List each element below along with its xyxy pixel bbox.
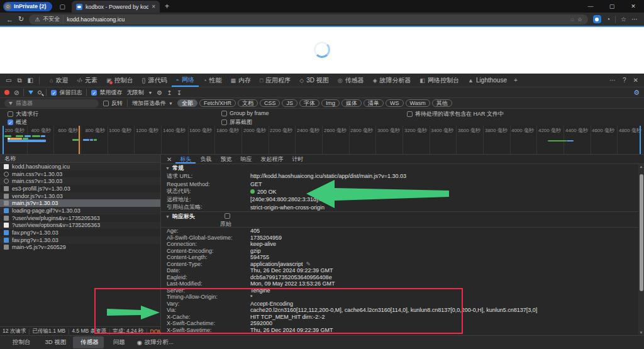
drawer-tab[interactable]: ◉ 故障分析... <box>132 336 179 348</box>
browser-tab[interactable]: kodbox - Powered by kodbox × <box>72 1 160 13</box>
tab-close-icon[interactable]: × <box>152 3 155 10</box>
url-text[interactable]: kodd.haoshuaicong.icu <box>67 16 567 23</box>
request-row[interactable]: main.js?v=1.30.03 <box>0 199 160 207</box>
invert-checkbox[interactable]: 反转 <box>103 99 123 108</box>
devtools-tab[interactable]: ▲ Lighthouse <box>464 74 511 87</box>
general-section-header[interactable]: ▼ 常规 <box>161 164 644 172</box>
disable-cache-checkbox[interactable]: ✓ 禁用缓存 <box>91 89 122 97</box>
record-icon[interactable] <box>4 90 9 95</box>
devtools-close-icon[interactable]: ✕ <box>633 77 638 84</box>
request-row[interactable]: loading-page.gif?v=1.30.03 <box>0 207 160 214</box>
devtools-tab[interactable]: ⌁ 网络 <box>172 74 199 87</box>
headers-tab[interactable]: 预览 <box>216 155 236 163</box>
devtools-tab[interactable]: ⌂ 欢迎 <box>45 74 72 87</box>
resource-type-pill[interactable]: CSS <box>260 99 280 107</box>
devtools-tab[interactable]: ◎ 传感器 <box>333 74 369 87</box>
request-row[interactable]: main-v5.js?v=260529 <box>0 244 160 252</box>
resource-type-pill[interactable]: 文档 <box>238 99 258 107</box>
drawer-tab[interactable]: 控制台 <box>5 336 36 348</box>
request-row[interactable]: kodd.haoshuaicong.icu <box>0 163 160 170</box>
drawer-tab[interactable]: 传感器 <box>73 336 104 348</box>
more-filters-dropdown[interactable]: 增加筛选条件 ▼ <box>132 99 173 108</box>
scroll-up-icon[interactable]: ▲ <box>638 165 644 169</box>
request-row[interactable]: fav.png?v=1.30.03 <box>0 236 160 244</box>
focus-mode-icon[interactable]: ⧉ <box>17 77 21 84</box>
search-icon[interactable] <box>38 91 42 94</box>
throttling-caret-icon[interactable]: ▼ <box>148 91 152 95</box>
scroll-down-icon[interactable]: ▼ <box>638 331 644 335</box>
preserve-log-checkbox[interactable]: ✓ 保留日志 <box>51 89 82 97</box>
request-row[interactable]: main.css?v=1.30.03 <box>0 177 160 185</box>
throttling-select[interactable]: 无限制 <box>126 89 143 97</box>
devtools-tab[interactable]: ◈ 故障分析器 <box>369 74 416 87</box>
drawer-tab[interactable]: 问题 <box>106 336 130 348</box>
headers-tab[interactable]: 标头 <box>175 155 196 163</box>
clear-icon[interactable]: ⊘ <box>14 89 19 96</box>
tab-actions-icon[interactable]: ▢ <box>60 3 65 10</box>
new-tab-button[interactable]: + <box>165 2 169 11</box>
raw-checkbox[interactable] <box>225 213 230 219</box>
devtools-tab[interactable]: ◧ 网络控制台 <box>416 74 464 87</box>
browser-essentials-icon[interactable]: ◔ <box>606 16 610 23</box>
resource-type-pill[interactable]: Wasm <box>406 99 430 107</box>
filter-input[interactable]: 筛选器 <box>4 99 99 108</box>
resource-type-pill[interactable]: JS <box>282 99 297 107</box>
refresh-icon[interactable]: ↻ <box>18 15 24 23</box>
minimize-button[interactable]: — <box>580 0 601 13</box>
export-har-icon[interactable]: ↧ <box>177 89 182 96</box>
group-by-frame-checkbox[interactable]: Group by frame <box>221 110 269 116</box>
help-icon[interactable]: ? <box>623 77 626 84</box>
resource-type-pill[interactable]: 清单 <box>364 99 384 107</box>
devtools-tab[interactable]: ◔ 性能 <box>199 74 226 87</box>
close-details-icon[interactable]: ✕ <box>163 156 175 163</box>
headers-tab[interactable]: 计时 <box>287 155 308 163</box>
device-emulation-icon[interactable]: ▭ <box>6 77 11 84</box>
resource-type-pill[interactable]: Fetch/XHR <box>199 99 236 107</box>
resource-type-pill[interactable]: 字体 <box>299 99 319 107</box>
back-icon[interactable]: ← <box>6 16 13 23</box>
response-headers-toggle[interactable]: ▼ 响应标头 <box>161 213 199 221</box>
resource-type-pill[interactable]: 全部 <box>177 99 197 107</box>
request-row[interactable]: vendor.js?v=1.30.03 <box>0 192 160 200</box>
maximize-button[interactable]: ▢ <box>601 0 623 13</box>
request-table-header[interactable]: 名称 <box>0 155 160 163</box>
devtools-tab[interactable]: ▦ 内存 <box>226 74 255 87</box>
network-conditions-icon[interactable]: ⚙ <box>157 89 162 96</box>
import-har-icon[interactable]: ↥ <box>167 89 172 96</box>
scrollbar-thumb[interactable] <box>640 174 643 291</box>
add-panel-icon[interactable]: + <box>514 77 518 84</box>
resource-type-pill[interactable]: WS <box>386 99 404 107</box>
resource-type-pill[interactable]: Img <box>321 99 340 107</box>
headers-scrollbar[interactable]: ▲ ▼ <box>638 164 644 335</box>
resource-type-pill[interactable]: 媒体 <box>341 99 362 107</box>
devtools-tab[interactable]: {} 源代码 <box>138 74 172 87</box>
request-row[interactable]: main.css?v=1.30.03 <box>0 170 160 178</box>
resource-type-pill[interactable]: 其他 <box>432 99 452 107</box>
drawer-tab[interactable]: 3D 视图 <box>38 336 72 348</box>
inprivate-badge[interactable]: ☺ InPrivate (2) <box>3 2 52 11</box>
request-row[interactable]: ?user/view/options&v=1735205363 <box>0 222 160 230</box>
dock-side-icon[interactable]: ◧ <box>28 77 33 84</box>
overview-strip[interactable]: 200 毫秒400 毫秒600 毫秒800 毫秒1000 毫秒1200 毫秒14… <box>0 126 644 155</box>
read-aloud-icon[interactable]: ◌ <box>571 16 574 23</box>
request-row[interactable]: es3-profill.js?v=1.30.03 <box>0 185 160 192</box>
request-row[interactable]: ?user/view/plugins&v=1735205363 <box>0 214 160 222</box>
filter-toggle-icon[interactable] <box>28 91 33 94</box>
security-label[interactable]: 不安全 <box>43 15 60 23</box>
close-button[interactable]: ✕ <box>623 0 644 13</box>
settings-more-icon[interactable]: ⋯ <box>631 16 638 23</box>
copilot-icon[interactable] <box>593 15 601 23</box>
favorite-star-icon[interactable]: ☆ <box>577 16 582 23</box>
request-row[interactable]: fav.png?v=1.30.03 <box>0 229 160 236</box>
network-settings-gear-icon[interactable]: ⚙ <box>633 89 640 97</box>
favorites-bar-icon[interactable]: ☆ <box>621 16 626 23</box>
omnibox[interactable]: ⚠ 不安全 kodd.haoshuaicong.icu ◌ ☆ <box>29 14 588 25</box>
headers-tab[interactable]: 发起程序 <box>256 155 287 163</box>
devtools-tab[interactable]: □ 应用程序 <box>255 74 295 87</box>
devtools-tab[interactable]: ▣ 控制台 <box>102 74 138 87</box>
more-tools-icon[interactable]: ⋯ <box>609 77 616 84</box>
headers-tab[interactable]: 响应 <box>236 155 256 163</box>
edit-pencil-icon[interactable]: ✎ <box>306 261 311 267</box>
devtools-tab[interactable]: ◇ 3D 视图 <box>295 74 333 87</box>
headers-tab[interactable]: 负载 <box>196 155 216 163</box>
